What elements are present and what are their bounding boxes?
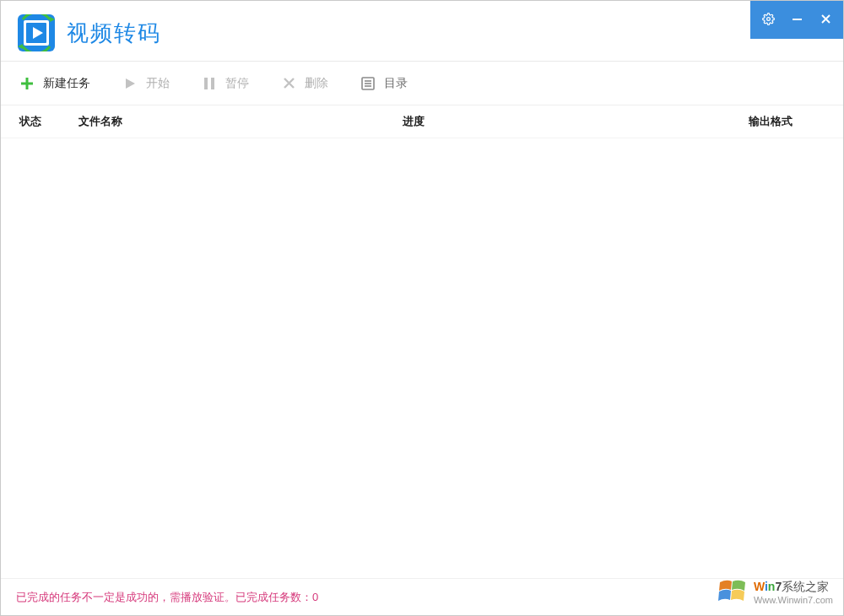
svg-point-6 bbox=[766, 17, 770, 20]
app-title: 视频转码 bbox=[67, 19, 161, 48]
pause-icon bbox=[202, 76, 217, 91]
app-logo-icon bbox=[18, 14, 55, 51]
new-task-label: 新建任务 bbox=[43, 76, 90, 91]
delete-icon bbox=[281, 76, 296, 91]
svg-marker-12 bbox=[126, 78, 135, 89]
pause-label: 暂停 bbox=[225, 76, 249, 91]
directory-button[interactable]: 目录 bbox=[360, 76, 408, 91]
play-icon bbox=[122, 76, 138, 91]
app-window: 视频转码 bbox=[0, 0, 844, 616]
window-controls bbox=[750, 1, 843, 39]
table-header: 状态 文件名称 进度 输出格式 bbox=[1, 105, 843, 138]
new-task-button[interactable]: 新建任务 bbox=[19, 76, 90, 91]
minimize-button[interactable] bbox=[782, 1, 811, 39]
col-progress: 进度 bbox=[403, 114, 749, 129]
status-message: 已完成的任务不一定是成功的，需播放验证。已完成任务数： bbox=[16, 590, 312, 605]
col-status: 状态 bbox=[19, 114, 70, 129]
plus-icon bbox=[19, 76, 35, 91]
close-button[interactable] bbox=[811, 1, 840, 39]
start-label: 开始 bbox=[146, 76, 170, 91]
settings-button[interactable] bbox=[754, 1, 782, 39]
start-button[interactable]: 开始 bbox=[122, 76, 170, 91]
delete-button[interactable]: 删除 bbox=[281, 76, 328, 91]
delete-label: 删除 bbox=[305, 76, 328, 91]
svg-rect-13 bbox=[204, 78, 208, 89]
gear-icon bbox=[762, 13, 775, 28]
statusbar: 已完成的任务不一定是成功的，需播放验证。已完成任务数： 0 bbox=[1, 578, 843, 615]
list-icon bbox=[360, 76, 376, 91]
col-output-format: 输出格式 bbox=[749, 114, 825, 129]
directory-label: 目录 bbox=[384, 76, 408, 91]
toolbar: 新建任务 开始 暂停 删除 bbox=[1, 62, 843, 105]
svg-rect-14 bbox=[211, 78, 214, 89]
task-list bbox=[1, 138, 843, 578]
pause-button[interactable]: 暂停 bbox=[202, 76, 249, 91]
titlebar: 视频转码 bbox=[1, 1, 843, 62]
close-icon bbox=[820, 14, 831, 27]
completed-count: 0 bbox=[312, 591, 318, 603]
minimize-icon bbox=[792, 14, 803, 27]
logo-title: 视频转码 bbox=[1, 1, 178, 65]
col-filename: 文件名称 bbox=[70, 114, 403, 129]
